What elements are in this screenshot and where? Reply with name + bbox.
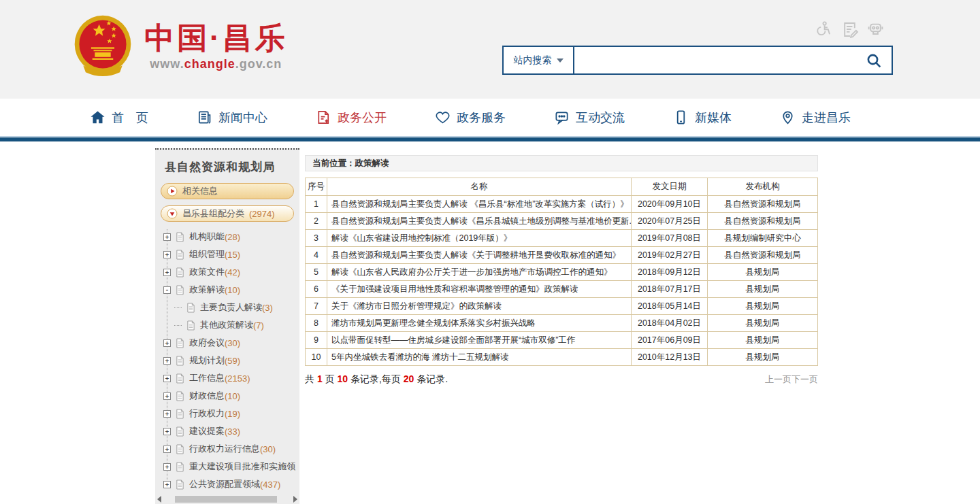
document-icon: [176, 285, 184, 295]
site-logo[interactable]: 中国·昌乐 www.changle.gov.cn: [72, 14, 288, 80]
site-url: www.changle.gov.cn: [144, 57, 288, 71]
tree-item[interactable]: 主要负责人解读(3): [161, 299, 294, 316]
table-row: 6《关于加强建设项目用地性质和容积率调整管理的通知》政策解读2018年07月17…: [306, 281, 818, 298]
expand-icon[interactable]: +: [163, 251, 171, 258]
tree-item[interactable]: +财政信息(10): [161, 387, 294, 405]
tree-item[interactable]: +行政权力(19): [161, 405, 294, 422]
expand-icon[interactable]: +: [163, 481, 171, 488]
tree-item[interactable]: +公共资源配置领域(437): [161, 475, 294, 493]
sidebar-button-label: 昌乐县组配分类: [182, 207, 244, 220]
tree-item[interactable]: +建议提案(33): [161, 422, 294, 440]
tree-item[interactable]: -政策解读(10): [161, 281, 294, 299]
nav-item-4[interactable]: 互动交流: [554, 110, 625, 126]
publish-org: 县规划编制研究中心: [708, 230, 818, 247]
sidebar-button-label: 相关信息: [182, 185, 218, 197]
expand-icon[interactable]: +: [163, 463, 171, 471]
document-title-link[interactable]: 关于《潍坊市日照分析管理规定》的政策解读: [327, 298, 632, 315]
publish-org: 县规划局: [708, 315, 818, 332]
column-header: 发文日期: [632, 178, 708, 196]
tree-item[interactable]: +规划计划(59): [161, 352, 294, 369]
publish-date: 2019年07月08日: [632, 230, 708, 247]
sidebar-hscrollbar[interactable]: [157, 495, 297, 503]
nav-item-0[interactable]: 首 页: [90, 110, 148, 126]
robot-icon[interactable]: [866, 20, 885, 39]
summary-text: 条记录,每页: [348, 373, 404, 384]
expand-icon[interactable]: +: [163, 375, 171, 382]
document-title-link[interactable]: 县自然资源和规划局主要负责人解读 《昌乐县“标准地”改革实施方案（试行）》: [327, 196, 632, 213]
site-title: 中国·昌乐: [144, 22, 288, 54]
publish-org: 县规划局: [708, 264, 818, 281]
tree-item-count: (2153): [225, 373, 250, 384]
nav-item-label: 新闻中心: [218, 110, 267, 126]
expand-icon[interactable]: +: [163, 357, 171, 365]
tree-item-label: 主要负责人解读: [200, 301, 262, 314]
nav-item-2[interactable]: 政务公开: [316, 110, 387, 126]
tree-item[interactable]: +政策文件(42): [161, 263, 294, 281]
expand-icon[interactable]: +: [163, 233, 171, 241]
tree-item-count: (10): [225, 285, 240, 295]
tree-item[interactable]: +工作信息(2153): [161, 369, 294, 387]
sidebar-buttons: 相关信息昌乐县组配分类(2974): [161, 183, 294, 222]
tree-item[interactable]: +行政权力运行信息(30): [161, 440, 294, 458]
document-title-link[interactable]: 县自然资源和规划局主要负责人解读《昌乐县城镇土地级别调整与基准地价更新...: [327, 213, 632, 230]
record-count: 10: [337, 373, 348, 384]
search-input[interactable]: [574, 47, 856, 73]
document-icon: [176, 232, 184, 242]
expand-icon[interactable]: +: [163, 339, 171, 347]
document-title-link[interactable]: 以点带面促转型——住房城乡建设部全面部署开展“城市双修”工作: [327, 332, 632, 349]
document-icon: [176, 250, 184, 260]
nav-item-3[interactable]: 政务服务: [435, 110, 506, 126]
tree-item[interactable]: 其他政策解读(7): [161, 316, 294, 334]
document-title-link[interactable]: 《关于加强建设项目用地性质和容积率调整管理的通知》政策解读: [327, 281, 632, 298]
tree-item-count: (42): [225, 267, 240, 278]
tree-item[interactable]: +重大建设项目批准和实施领: [161, 458, 294, 475]
table-row: 9以点带面促转型——住房城乡建设部全面部署开展“城市双修”工作2017年06月0…: [306, 332, 818, 349]
scroll-left-icon[interactable]: [157, 496, 161, 503]
collapse-icon[interactable]: -: [163, 286, 171, 294]
accessibility-icon[interactable]: [815, 20, 833, 39]
document-title-link[interactable]: 5年内坐城铁去看潍坊的海 潍坊十二五规划解读: [327, 349, 632, 366]
publish-date: 2019年02月27日: [632, 247, 708, 264]
nav-item-label: 首 页: [112, 110, 148, 126]
tree-item-label: 重大建设项目批准和实施领: [189, 460, 295, 473]
row-number: 10: [306, 349, 327, 366]
document-title-link[interactable]: 县自然资源和规划局主要负责人解读《关于调整耕地开垦费收取标准的通知》: [327, 247, 632, 264]
publish-date: 2018年05月14日: [632, 298, 708, 315]
tree-item[interactable]: +政府会议(30): [161, 334, 294, 352]
next-page-link[interactable]: 下一页: [791, 374, 818, 384]
expand-icon[interactable]: +: [163, 410, 171, 418]
document-title-link[interactable]: 解读《山东省建设用地控制标准（2019年版）》: [327, 230, 632, 247]
tree-item-label: 规划计划: [189, 354, 225, 367]
tree-item-label: 政府会议: [189, 337, 225, 349]
tree-item-count: (30): [225, 338, 240, 348]
main-nav: 首 页新闻中心政务公开政务服务互动交流新媒体走进昌乐: [0, 99, 980, 136]
nav-item-1[interactable]: 新闻中心: [197, 110, 267, 126]
document-title-link[interactable]: 解读《山东省人民政府办公厅关于进一步加强房地产市场调控工作的通知》: [327, 264, 632, 281]
column-header: 发布机构: [708, 178, 818, 196]
tree-item[interactable]: +组织管理(15): [161, 246, 294, 263]
sidebar-button-0[interactable]: 相关信息: [161, 183, 294, 199]
scroll-right-icon[interactable]: [293, 496, 297, 503]
nav-item-6[interactable]: 走进昌乐: [780, 110, 851, 126]
row-number: 5: [306, 264, 327, 281]
scrollbar-thumb[interactable]: [175, 496, 277, 503]
nav-item-5[interactable]: 新媒体: [673, 110, 732, 126]
expand-icon[interactable]: +: [163, 428, 171, 435]
search-button[interactable]: [856, 47, 892, 73]
document-icon: [176, 356, 184, 366]
pagination-links: 上一页下一页: [765, 373, 818, 386]
tree-item[interactable]: +机构职能(28): [161, 228, 294, 246]
scrollbar-track[interactable]: [164, 496, 291, 503]
expand-icon[interactable]: +: [163, 392, 171, 400]
tree-item-label: 机构职能: [189, 231, 225, 243]
row-number: 1: [306, 196, 327, 213]
search-scope-dropdown[interactable]: 站内搜索: [504, 47, 574, 73]
prev-page-link[interactable]: 上一页: [765, 374, 791, 384]
expand-icon[interactable]: +: [163, 446, 171, 453]
document-title-link[interactable]: 潍坊市规划局更新理念健全规划体系落实乡村振兴战略: [327, 315, 632, 332]
expand-icon[interactable]: +: [163, 269, 171, 276]
tree-item-label: 行政权力运行信息: [189, 443, 260, 455]
edit-document-icon[interactable]: [840, 20, 859, 39]
sidebar-button-1[interactable]: 昌乐县组配分类(2974): [161, 205, 294, 222]
site-url-name: changle: [184, 57, 235, 71]
